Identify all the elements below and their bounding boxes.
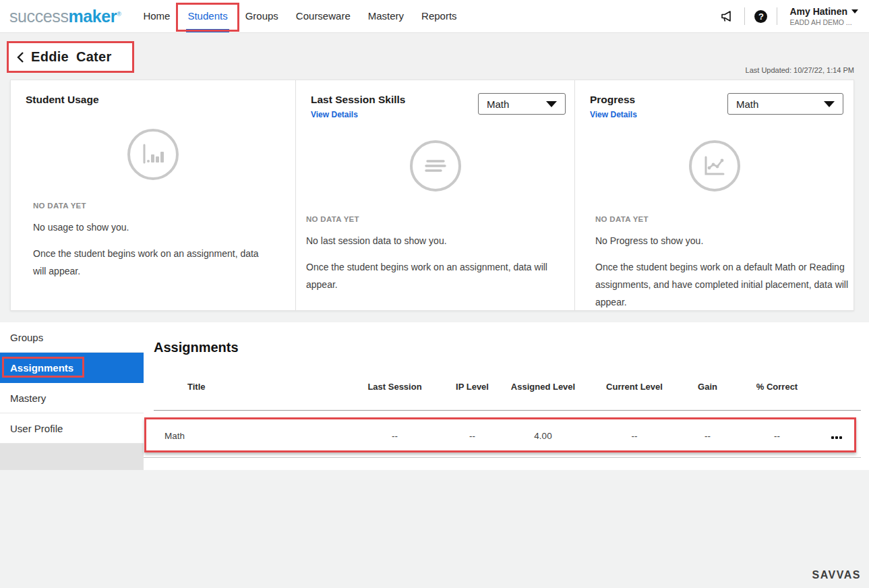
top-nav-bar: successmaker® Home Students Groups Cours… <box>0 0 869 32</box>
empty-state-line1: No last session data to show you. <box>306 232 549 249</box>
subject-dropdown[interactable]: Math <box>727 93 843 115</box>
column-header-ip-level: IP Level <box>437 382 508 392</box>
help-button[interactable]: ? <box>754 10 767 23</box>
question-icon: ? <box>758 11 764 22</box>
bar-chart-icon <box>127 129 179 180</box>
user-name: Amy Hatinen <box>789 6 847 17</box>
chevron-down-icon <box>824 101 835 107</box>
column-header-current-level: Current Level <box>578 382 690 392</box>
column-header-last-session: Last Session <box>353 382 437 392</box>
chevron-down-icon <box>851 9 858 13</box>
user-menu[interactable]: Amy Hatinen EADD AH DEMO ... <box>789 6 858 26</box>
column-header-percent-correct: % Correct <box>725 382 829 392</box>
cell-last-session: -- <box>353 431 437 441</box>
back-chevron-icon[interactable] <box>17 51 24 63</box>
nav-item-groups[interactable]: Groups <box>237 0 287 32</box>
table-row[interactable]: Math -- -- 4.00 -- -- -- <box>144 419 861 452</box>
list-icon <box>410 140 461 192</box>
card-title: Student Usage <box>26 94 280 106</box>
cell-percent-correct: -- <box>725 431 829 441</box>
column-header-actions <box>829 382 861 392</box>
empty-state-icon-wrap <box>410 140 461 192</box>
logo-part-success: success <box>9 7 69 26</box>
annotation-box-student-name: Eddie Cater <box>7 41 134 73</box>
column-header-gain: Gain <box>690 382 725 392</box>
student-header-band: Eddie Cater Last Updated: 10/27/22, 1:14… <box>0 32 869 80</box>
sidebar-item-mastery[interactable]: Mastery <box>0 383 144 413</box>
progress-card: Progress View Details Math <box>574 80 853 310</box>
cell-assigned-level: 4.00 <box>508 431 578 441</box>
successmaker-logo[interactable]: successmaker® <box>9 7 121 26</box>
dropdown-value: Math <box>736 98 758 110</box>
savvas-logo: SAVVAS <box>812 569 861 581</box>
logo-part-maker: maker <box>69 7 117 26</box>
page-title-student-name: Eddie Cater <box>31 49 112 65</box>
empty-state-line2: Once the student begins work on an assig… <box>33 245 272 280</box>
detail-section: Groups Assignments Mastery User Profile … <box>0 322 869 470</box>
cell-ip-level: -- <box>437 431 508 441</box>
view-details-link[interactable]: View Details <box>311 110 358 119</box>
dropdown-value: Math <box>487 98 509 110</box>
successmaker-app: successmaker® Home Students Groups Cours… <box>0 0 869 588</box>
last-session-skills-card: Last Session Skills View Details Math NO… <box>295 80 574 310</box>
empty-state-line1: No usage to show you. <box>33 218 272 236</box>
chevron-down-icon <box>546 101 557 107</box>
empty-state-text: NO DATA YET No usage to show you. Once t… <box>33 202 272 280</box>
announcements-button[interactable] <box>717 7 735 25</box>
view-details-link[interactable]: View Details <box>590 110 637 119</box>
table-row-divider <box>144 457 861 458</box>
cell-current-level: -- <box>578 431 690 441</box>
empty-state-line1: No Progress to show you. <box>595 232 858 249</box>
primary-nav: Home Students Groups Courseware Mastery … <box>134 0 465 32</box>
user-org-label: EADD AH DEMO ... <box>789 18 851 26</box>
nav-item-mastery[interactable]: Mastery <box>359 0 413 32</box>
nav-item-courseware[interactable]: Courseware <box>287 0 359 32</box>
table-header-divider <box>154 410 861 411</box>
row-actions <box>829 431 861 441</box>
student-detail-sidebar: Groups Assignments Mastery User Profile <box>0 322 144 470</box>
empty-state-text: NO DATA YET No last session data to show… <box>306 215 549 293</box>
nav-item-students[interactable]: Students <box>179 0 236 32</box>
no-data-label: NO DATA YET <box>306 215 549 223</box>
subject-dropdown[interactable]: Math <box>478 93 566 115</box>
cell-title: Math <box>144 431 353 441</box>
student-usage-card: Student Usage NO DATA YET No usage to sh… <box>11 80 295 310</box>
student-last-name: Cater <box>76 49 112 65</box>
more-options-icon[interactable] <box>831 436 842 439</box>
last-updated-label: Last Updated: 10/27/22, 1:14 PM <box>746 66 854 74</box>
header-divider <box>777 7 777 25</box>
cell-gain: -- <box>690 431 725 441</box>
sidebar-filler <box>0 444 144 470</box>
assignments-panel: Assignments Title Last Session IP Level … <box>144 322 869 470</box>
sidebar-item-user-profile[interactable]: User Profile <box>0 413 144 444</box>
active-tab-underline <box>186 29 229 32</box>
assignments-table-header: Title Last Session IP Level Assigned Lev… <box>144 382 861 392</box>
assignments-heading: Assignments <box>154 340 239 355</box>
sidebar-item-assignments[interactable]: Assignments <box>0 353 144 383</box>
empty-state-line2: Once the student begins work on a defaul… <box>595 258 858 311</box>
no-data-label: NO DATA YET <box>595 215 858 223</box>
sidebar-item-groups[interactable]: Groups <box>0 322 144 353</box>
summary-cards-panel: Student Usage NO DATA YET No usage to sh… <box>10 80 854 311</box>
student-first-name: Eddie <box>31 49 69 65</box>
column-header-title: Title <box>144 382 353 392</box>
nav-item-home[interactable]: Home <box>134 0 179 32</box>
header-actions: ? Amy Hatinen EADD AH DEMO ... <box>717 6 858 26</box>
megaphone-icon <box>719 9 733 23</box>
empty-state-icon-wrap <box>127 129 179 180</box>
empty-state-text: NO DATA YET No Progress to show you. Onc… <box>595 215 858 311</box>
no-data-label: NO DATA YET <box>33 202 272 210</box>
nav-item-reports[interactable]: Reports <box>413 0 466 32</box>
empty-state-line2: Once the student begins work on an assig… <box>306 258 549 293</box>
registered-mark: ® <box>117 10 121 17</box>
header-divider <box>744 7 745 25</box>
column-header-assigned-level: Assigned Level <box>508 382 578 392</box>
empty-state-icon-wrap <box>689 140 740 192</box>
line-chart-icon <box>689 140 740 192</box>
